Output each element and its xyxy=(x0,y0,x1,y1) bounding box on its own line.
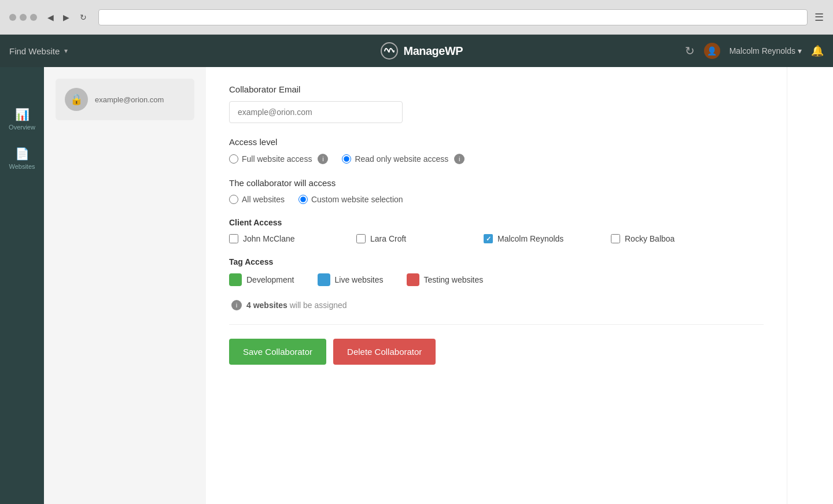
tag-live-item: Live websites xyxy=(318,273,384,286)
save-collaborator-button[interactable]: Save Collaborator xyxy=(229,339,326,365)
collaborator-card: 🔒 example@orion.com xyxy=(56,79,194,120)
client-access-subtitle: Client Access xyxy=(229,218,764,227)
overview-icon: 📊 xyxy=(15,108,30,121)
user-menu-button[interactable]: Malcolm Reynolds ▾ xyxy=(729,46,802,55)
client-rocky-item: Rocky Balboa xyxy=(611,234,703,243)
collaborator-avatar: 🔒 xyxy=(65,88,88,111)
back-button[interactable]: ◀ xyxy=(44,10,57,24)
all-websites-option: All websites xyxy=(229,195,285,204)
assigned-suffix: will be assigned xyxy=(290,301,347,310)
client-lara-label: Lara Croft xyxy=(370,234,406,243)
testing-websites-tag-label: Testing websites xyxy=(424,275,484,284)
full-access-option: Full website access i xyxy=(229,154,328,164)
custom-websites-radio[interactable] xyxy=(298,195,308,204)
client-lara-item: Lara Croft xyxy=(356,234,449,243)
tag-row: Development Live websites Testing websit… xyxy=(229,273,764,286)
main-content: 🔒 example@orion.com Collaborator Email A… xyxy=(44,35,833,504)
app-container: Find Website ▾ ManageWP ↻ 👤 Malcolm Reyn… xyxy=(0,35,833,504)
website-access-options: All websites Custom website selection xyxy=(229,195,764,204)
email-group: Collaborator Email xyxy=(229,84,764,123)
address-bar[interactable] xyxy=(98,9,808,25)
custom-website-option: Custom website selection xyxy=(298,195,403,204)
development-color-swatch xyxy=(229,273,242,286)
traffic-light-maximize xyxy=(30,14,37,21)
client-john-item: John McClane xyxy=(229,234,322,243)
sidebar-item-websites[interactable]: 📄 Websites xyxy=(3,141,40,176)
client-access-section: Client Access John McClane Lara Croft xyxy=(229,218,764,243)
assigned-info-icon: i xyxy=(231,300,242,310)
client-rocky-checkbox[interactable] xyxy=(611,234,620,243)
client-john-label: John McClane xyxy=(243,234,295,243)
tag-access-section: Tag Access Development Live websites Tes… xyxy=(229,257,764,286)
menu-icon[interactable]: ☰ xyxy=(814,11,824,24)
top-nav-left: Find Website ▾ xyxy=(0,46,168,56)
logo: ManageWP xyxy=(380,42,463,60)
access-level-label: Access level xyxy=(229,137,764,147)
nav-buttons: ◀ ▶ ↻ xyxy=(44,10,91,24)
assigned-count: 4 websites xyxy=(246,301,288,310)
access-level-options: Full website access i Read only website … xyxy=(229,154,764,164)
website-access-group: The collaborator will access All website… xyxy=(229,178,764,204)
lock-icon: 🔒 xyxy=(70,93,83,106)
checkmark-icon: ✓ xyxy=(486,235,491,243)
tag-development-item: Development xyxy=(229,273,294,286)
sidebar-websites-label: Websites xyxy=(9,163,35,170)
full-access-info-icon[interactable]: i xyxy=(318,154,328,164)
full-access-label: Full website access xyxy=(242,154,312,164)
logo-text: ManageWP xyxy=(403,45,463,58)
collaborator-email-input[interactable] xyxy=(229,101,403,123)
all-websites-radio[interactable] xyxy=(229,195,238,204)
tag-access-subtitle: Tag Access xyxy=(229,257,764,266)
traffic-lights xyxy=(9,14,37,21)
live-websites-tag-label: Live websites xyxy=(335,275,384,284)
live-websites-color-swatch xyxy=(318,273,330,286)
refresh-button[interactable]: ↻ xyxy=(685,44,695,58)
find-website-button[interactable]: Find Website ▾ xyxy=(9,46,68,56)
client-checkbox-grid: John McClane Lara Croft ✓ Malcolm Reynol… xyxy=(229,234,764,243)
testing-websites-color-swatch xyxy=(407,273,419,286)
access-level-group: Access level Full website access i Read … xyxy=(229,137,764,164)
client-john-checkbox[interactable] xyxy=(229,234,238,243)
user-name-label: Malcolm Reynolds xyxy=(729,46,795,55)
full-access-radio[interactable] xyxy=(229,154,238,164)
logo-area: ManageWP xyxy=(168,42,676,60)
notifications-button[interactable]: 🔔 xyxy=(811,45,824,57)
form-panel: Collaborator Email Access level Full web… xyxy=(206,67,787,504)
right-panel xyxy=(787,67,833,504)
managewp-logo-icon xyxy=(380,42,399,60)
client-malcolm-item: ✓ Malcolm Reynolds xyxy=(484,234,576,243)
button-row: Save Collaborator Delete Collaborator xyxy=(229,339,764,365)
traffic-light-minimize xyxy=(20,14,27,21)
client-lara-checkbox[interactable] xyxy=(356,234,366,243)
delete-collaborator-button[interactable]: Delete Collaborator xyxy=(333,339,436,365)
traffic-light-close xyxy=(9,14,16,21)
website-access-label: The collaborator will access xyxy=(229,178,764,188)
top-nav: Find Website ▾ ManageWP ↻ 👤 Malcolm Reyn… xyxy=(0,35,833,67)
readonly-access-radio[interactable] xyxy=(342,154,351,164)
readonly-access-option: Read only website access i xyxy=(342,154,465,164)
client-rocky-label: Rocky Balboa xyxy=(625,234,674,243)
readonly-access-label: Read only website access xyxy=(355,154,448,164)
collaborator-email-display: example@orion.com xyxy=(95,95,164,104)
user-menu-caret-icon: ▾ xyxy=(798,46,802,55)
tag-testing-item: Testing websites xyxy=(407,273,484,286)
custom-websites-label: Custom website selection xyxy=(311,195,403,204)
left-panel: 🔒 example@orion.com xyxy=(44,67,206,504)
client-malcolm-label: Malcolm Reynolds xyxy=(497,234,563,243)
assigned-info-row: i 4 websites will be assigned xyxy=(229,300,764,325)
client-malcolm-checkbox-checked[interactable]: ✓ xyxy=(484,234,493,243)
sidebar-item-overview[interactable]: 📊 Overview xyxy=(3,102,40,136)
all-websites-label: All websites xyxy=(242,195,285,204)
email-label: Collaborator Email xyxy=(229,84,764,94)
browser-refresh-button[interactable]: ↻ xyxy=(75,10,91,24)
top-nav-right: ↻ 👤 Malcolm Reynolds ▾ 🔔 xyxy=(676,43,833,59)
find-website-label: Find Website xyxy=(9,46,60,56)
development-tag-label: Development xyxy=(246,275,294,284)
readonly-access-info-icon[interactable]: i xyxy=(454,154,465,164)
avatar: 👤 xyxy=(704,43,720,59)
chevron-down-icon: ▾ xyxy=(64,47,68,55)
forward-button[interactable]: ▶ xyxy=(60,10,73,24)
sidebar-overview-label: Overview xyxy=(9,124,35,131)
window-chrome: ◀ ▶ ↻ ☰ xyxy=(0,0,833,35)
assigned-text: 4 websites will be assigned xyxy=(246,301,347,310)
